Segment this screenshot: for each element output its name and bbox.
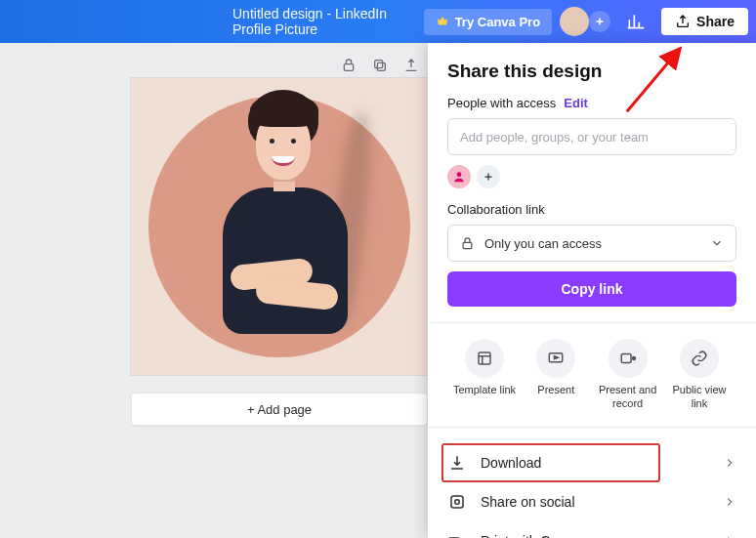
share-panel-title: Share this design (447, 61, 736, 82)
svg-rect-5 (479, 352, 490, 364)
present-tile[interactable]: Present (521, 339, 591, 411)
share-icon (675, 14, 691, 29)
top-bar: Untitled design - LinkedIn Profile Pictu… (0, 0, 756, 43)
shared-avatars-row (447, 165, 736, 188)
svg-rect-2 (375, 61, 383, 68)
link-access-select[interactable]: Only you can access (447, 225, 736, 262)
chevron-right-icon (723, 456, 736, 470)
try-pro-label: Try Canva Pro (455, 15, 540, 29)
svg-point-8 (632, 357, 635, 360)
divider (428, 322, 756, 323)
add-page-button[interactable]: + Add page (131, 393, 428, 426)
truck-icon (447, 532, 467, 539)
design-canvas[interactable] (131, 78, 428, 375)
template-link-label: Template link (453, 384, 516, 397)
user-avatar[interactable] (560, 7, 589, 36)
public-link-tile[interactable]: Public view link (664, 339, 735, 411)
editor-workspace: + Add page Share this design People with… (0, 43, 756, 538)
download-icon (447, 454, 467, 472)
chevron-right-icon (723, 534, 736, 539)
present-record-label: Present and record (593, 384, 663, 411)
svg-rect-0 (344, 64, 353, 71)
lock-icon (460, 236, 475, 251)
share-on-social-label: Share on social (481, 494, 575, 510)
share-panel: Share this design People with access Edi… (428, 43, 756, 538)
owner-avatar[interactable] (447, 165, 471, 188)
record-icon (619, 350, 637, 367)
share-button-label: Share (696, 14, 735, 29)
download-label: Download (481, 455, 541, 471)
svg-rect-9 (451, 496, 463, 508)
svg-point-10 (455, 499, 460, 504)
collab-link-label: Collaboration link (447, 202, 736, 217)
add-people-input[interactable] (447, 118, 736, 155)
chevron-down-icon (710, 236, 724, 250)
svg-rect-4 (463, 242, 472, 248)
export-icon[interactable] (402, 57, 420, 74)
svg-point-3 (457, 172, 462, 177)
copy-link-button[interactable]: Copy link (447, 271, 736, 307)
present-label: Present (537, 384, 574, 397)
print-with-canva-item[interactable]: Print with Canva (447, 521, 736, 539)
share-button[interactable]: Share (661, 8, 748, 35)
social-icon (447, 493, 467, 511)
crown-icon (436, 15, 449, 28)
lock-icon[interactable] (340, 57, 357, 74)
svg-rect-7 (621, 354, 631, 363)
svg-rect-1 (377, 62, 385, 70)
divider (428, 427, 756, 428)
template-link-tile[interactable]: Template link (449, 339, 520, 411)
share-actions-list: Download Share on social Print with Canv… (447, 443, 736, 539)
share-tiles-row: Template link Present Present and record… (447, 339, 736, 411)
public-link-label: Public view link (664, 384, 735, 411)
download-item[interactable]: Download (441, 443, 660, 482)
try-canva-pro-button[interactable]: Try Canva Pro (424, 9, 552, 35)
template-icon (476, 350, 493, 367)
edit-access-link[interactable]: Edit (564, 96, 588, 110)
duplicate-icon[interactable] (371, 57, 389, 74)
person-photo (189, 84, 385, 371)
share-on-social-item[interactable]: Share on social (447, 482, 736, 521)
people-with-access-label: People with access (447, 96, 556, 110)
add-page-label: + Add page (247, 402, 312, 417)
people-with-access-row: People with access Edit (447, 96, 736, 110)
canvas-tool-row (340, 57, 420, 74)
add-collaborator-button[interactable] (589, 11, 610, 32)
document-title[interactable]: Untitled design - LinkedIn Profile Pictu… (8, 6, 416, 37)
insights-button[interactable] (618, 4, 653, 39)
print-with-canva-label: Print with Canva (481, 533, 580, 539)
link-icon (691, 350, 708, 367)
add-person-chip[interactable] (477, 165, 500, 188)
present-icon (547, 350, 565, 367)
link-access-value: Only you can access (484, 236, 602, 251)
chevron-right-icon (723, 495, 736, 509)
present-record-tile[interactable]: Present and record (593, 339, 663, 411)
